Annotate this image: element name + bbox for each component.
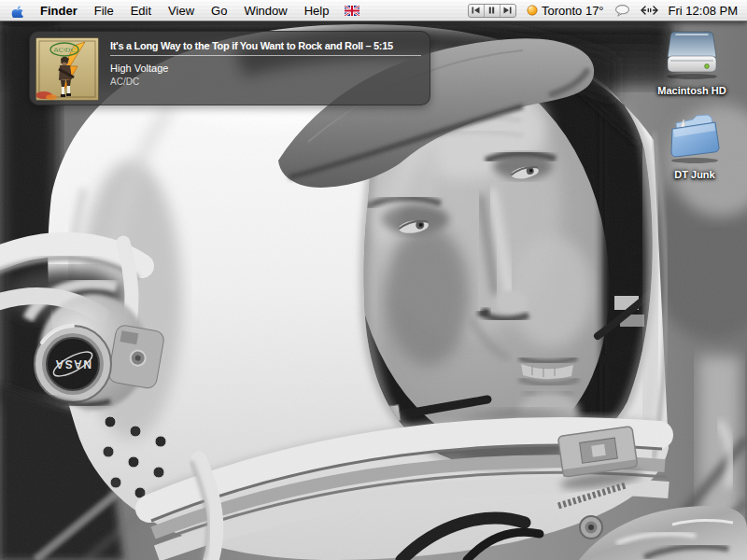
previous-track-icon [472, 7, 480, 14]
pause-icon [488, 7, 495, 14]
svg-text:AC/DC: AC/DC [53, 46, 76, 54]
uk-flag-icon [345, 6, 359, 16]
album-name: High Voltage [110, 63, 421, 74]
weather-menu-extra[interactable]: Toronto 17° [527, 4, 604, 18]
menu-bar-clock[interactable]: Fri 12:08 PM [669, 4, 738, 18]
desktop-screen: NASA [0, 0, 747, 560]
next-track-icon [503, 7, 512, 14]
double-headed-arrow-icon [641, 6, 658, 15]
weather-label: Toronto 17° [542, 4, 604, 18]
input-source-menu[interactable] [337, 0, 367, 21]
album-art: AC/DC [35, 37, 99, 101]
menu-file[interactable]: File [86, 0, 122, 21]
now-playing-overlay[interactable]: AC/DC It's a Long Way to the Top if You … [29, 31, 430, 105]
chat-bubble-icon [614, 5, 630, 17]
menu-view[interactable]: View [160, 0, 203, 21]
album-art-image: AC/DC [36, 38, 98, 100]
apple-logo-icon [11, 3, 24, 18]
playback-controls [468, 4, 516, 18]
next-track-button[interactable] [500, 5, 515, 17]
weather-sun-icon [527, 5, 538, 16]
folder-icon [665, 110, 725, 164]
apple-menu[interactable] [0, 0, 32, 21]
icon-label: DT Junk [657, 169, 732, 180]
previous-track-button[interactable] [469, 5, 484, 17]
chat-menu-extra[interactable] [614, 5, 630, 17]
hard-drive-icon [662, 28, 722, 80]
icon-label: Macintosh HD [655, 85, 729, 96]
menu-bar: Finder File Edit View Go Window Help [0, 0, 747, 21]
menu-edit[interactable]: Edit [122, 0, 160, 21]
artist-name: AC/DC [110, 77, 421, 87]
pause-button[interactable] [484, 5, 500, 17]
menu-go[interactable]: Go [203, 0, 235, 21]
menu-help[interactable]: Help [296, 0, 338, 21]
desktop-icon-dt-junk[interactable]: DT Junk [657, 110, 732, 180]
desktop: NASA [0, 21, 747, 560]
menu-finder[interactable]: Finder [32, 0, 86, 21]
menu-window[interactable]: Window [235, 0, 295, 21]
connection-menu-extra[interactable] [641, 6, 658, 15]
desktop-icon-macintosh-hd[interactable]: Macintosh HD [655, 28, 729, 96]
track-title: It's a Long Way to the Top if You Want t… [110, 40, 421, 56]
